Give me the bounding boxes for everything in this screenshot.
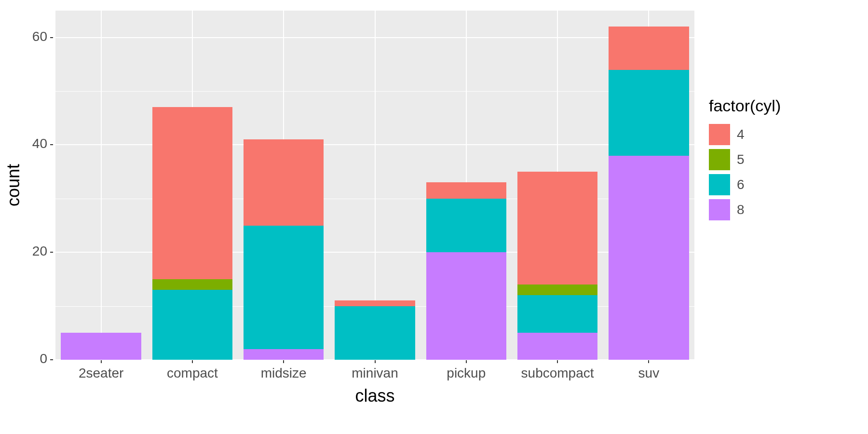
legend-label: 8 [737, 202, 745, 217]
x-tick-label: minivan [352, 366, 398, 381]
legend-key [709, 174, 730, 195]
bar-segment [426, 252, 507, 360]
x-tick-label: 2seater [79, 366, 123, 381]
legend-item: 6 [709, 172, 854, 197]
y-tick [50, 144, 53, 145]
x-tick [283, 360, 284, 363]
bar-segment [517, 333, 598, 360]
bar-segment [426, 182, 507, 198]
legend-swatch [709, 149, 730, 170]
y-tick-label: 40 [0, 136, 47, 151]
bar-segment [609, 27, 689, 69]
legend-label: 6 [737, 177, 745, 192]
y-tick-label: 20 [0, 244, 47, 259]
bar-segment [609, 156, 689, 360]
y-tick [50, 252, 53, 253]
bar-segment [152, 279, 233, 290]
legend-key [709, 124, 730, 145]
x-tick-label: midsize [261, 366, 307, 381]
gridline-vertical [101, 11, 102, 360]
bar-segment [152, 107, 233, 279]
x-tick-label: compact [167, 366, 218, 381]
bar-segment [335, 306, 415, 360]
bar-segment [244, 349, 324, 360]
bar-segment [426, 199, 507, 252]
y-tick-label: 0 [0, 351, 47, 366]
legend-swatch [709, 199, 730, 220]
bar-segment [61, 333, 141, 360]
bar-segment [517, 285, 598, 295]
y-tick [50, 359, 53, 360]
x-tick-label: suv [638, 366, 660, 381]
bar-segment [517, 172, 598, 285]
plot-panel [55, 11, 694, 360]
bar-segment [517, 295, 598, 333]
bar-segment [152, 290, 233, 360]
legend-swatch [709, 124, 730, 145]
y-axis-title: count [4, 11, 23, 360]
y-tick [50, 37, 53, 38]
bar-segment [244, 139, 324, 225]
x-tick [101, 360, 102, 363]
x-tick [375, 360, 376, 363]
legend-key [709, 199, 730, 220]
bar-segment [609, 70, 689, 156]
legend-swatch [709, 174, 730, 195]
x-tick [466, 360, 467, 363]
legend-title: factor(cyl) [709, 96, 854, 115]
bar-segment [244, 226, 324, 349]
legend-item: 5 [709, 147, 854, 172]
legend-label: 4 [737, 127, 745, 142]
legend: factor(cyl) 4568 [709, 96, 854, 222]
x-tick [557, 360, 558, 363]
x-tick [192, 360, 193, 363]
legend-item: 4 [709, 122, 854, 147]
x-tick-label: subcompact [521, 366, 594, 381]
x-tick [648, 360, 649, 363]
y-tick-label: 60 [0, 29, 47, 44]
legend-key [709, 149, 730, 170]
bar-segment [335, 300, 415, 306]
x-axis-title: class [55, 386, 694, 406]
legend-label: 5 [737, 152, 745, 167]
chart-container: count class factor(cyl) 4568 02040602sea… [0, 0, 868, 434]
legend-item: 8 [709, 197, 854, 222]
x-tick-label: pickup [447, 366, 486, 381]
